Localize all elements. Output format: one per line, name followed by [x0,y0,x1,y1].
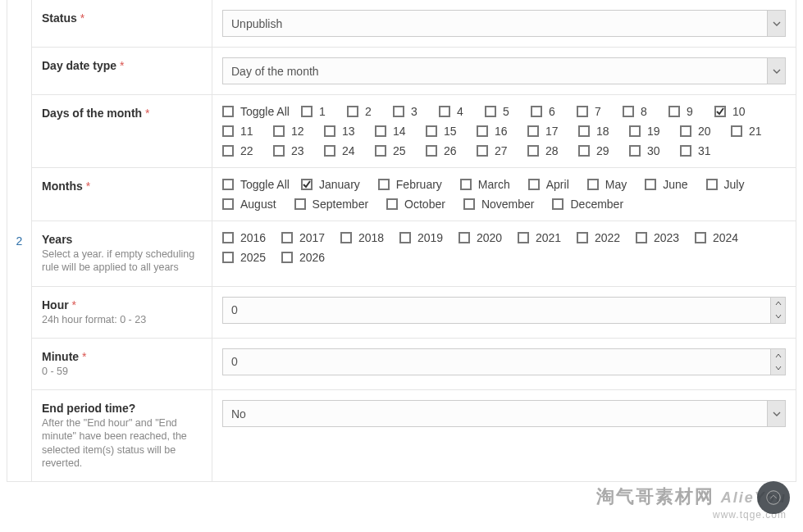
checkbox-label: 22 [240,144,253,157]
checkbox-icon [301,179,313,190]
day-2-checkbox[interactable]: 2 [347,105,393,118]
spinner-down-icon[interactable] [771,310,785,323]
checkbox-label: December [570,198,623,211]
year-2023-checkbox[interactable]: 2023 [636,231,695,244]
spinner-up-icon[interactable] [771,349,785,362]
checkbox-label: 4 [457,105,463,118]
checkbox-icon [528,179,540,190]
day-11-checkbox[interactable]: 11 [222,125,273,138]
checkbox-icon [222,179,234,190]
checkbox-label: September [313,198,368,211]
day-30-checkbox[interactable]: 30 [629,144,680,157]
day-20-checkbox[interactable]: 20 [680,125,731,138]
hour-input[interactable]: 0 [222,297,786,324]
value-cell: Day of the month [212,48,796,94]
day-7-checkbox[interactable]: 7 [577,105,623,118]
year-2026-checkbox[interactable]: 2026 [281,251,340,264]
month-april-checkbox[interactable]: April [528,178,569,191]
days-of-month-label: Days of the month [42,107,142,120]
month-december-checkbox[interactable]: December [552,198,623,211]
month-january-checkbox[interactable]: January [301,178,360,191]
day-25-checkbox[interactable]: 25 [375,144,426,157]
checkbox-label: 2021 [536,231,561,244]
day-21-checkbox[interactable]: 21 [731,125,782,138]
month-july-checkbox[interactable]: July [706,178,745,191]
checkbox-icon [485,106,496,117]
day-27-checkbox[interactable]: 27 [477,144,527,157]
months-toggle-all-checkbox[interactable]: Toggle All [222,178,301,191]
year-2016-checkbox[interactable]: 2016 [222,231,281,244]
day-1-checkbox[interactable]: 1 [301,105,347,118]
checkbox-icon [222,125,234,137]
end-period-select[interactable]: No [222,400,786,427]
day-19-checkbox[interactable]: 19 [629,125,680,138]
day-29-checkbox[interactable]: 29 [578,144,629,157]
month-march-checkbox[interactable]: March [460,178,510,191]
year-2021-checkbox[interactable]: 2021 [518,231,577,244]
checkbox-label: 28 [545,144,559,157]
checkbox-icon [731,125,742,137]
number-spinner[interactable] [770,298,785,323]
checkbox-label: 6 [549,105,555,118]
day-16-checkbox[interactable]: 16 [477,125,527,138]
day-14-checkbox[interactable]: 14 [375,125,426,138]
day-17-checkbox[interactable]: 17 [527,125,578,138]
year-2020-checkbox[interactable]: 2020 [459,231,518,244]
required-mark: * [145,107,149,120]
spinner-down-icon[interactable] [771,361,785,375]
value-cell: Toggle All123456789101112131415161718192… [212,95,796,167]
day-4-checkbox[interactable]: 4 [439,105,485,118]
month-may-checkbox[interactable]: May [587,178,627,191]
checkbox-label: 1 [319,105,326,118]
day-13-checkbox[interactable]: 13 [324,125,375,138]
month-november-checkbox[interactable]: November [463,198,535,211]
month-february-checkbox[interactable]: February [378,178,442,191]
year-2025-checkbox[interactable]: 2025 [222,251,281,264]
year-2018-checkbox[interactable]: 2018 [340,231,399,244]
checkbox-label: 2016 [240,231,266,244]
day-23-checkbox[interactable]: 23 [273,144,324,157]
checkbox-icon [636,232,647,243]
checkbox-label: 2023 [654,231,679,244]
checkbox-icon [273,145,285,157]
day-date-type-select[interactable]: Day of the month [222,57,786,84]
day-18-checkbox[interactable]: 18 [578,125,629,138]
checkbox-label: 23 [291,144,304,157]
day-31-checkbox[interactable]: 31 [680,144,731,157]
end-period-help: After the "End hour" and "End minute" ha… [42,416,202,470]
checkbox-label: 31 [698,144,711,157]
month-june-checkbox[interactable]: June [645,178,687,191]
year-2019-checkbox[interactable]: 2019 [399,231,459,244]
month-september-checkbox[interactable]: September [294,198,368,211]
day-3-checkbox[interactable]: 3 [393,105,439,118]
checkbox-icon [680,145,691,157]
day-24-checkbox[interactable]: 24 [324,144,375,157]
day-22-checkbox[interactable]: 22 [222,144,273,157]
day-26-checkbox[interactable]: 26 [426,144,477,157]
day-15-checkbox[interactable]: 15 [426,125,477,138]
day-6-checkbox[interactable]: 6 [531,105,577,118]
checkbox-icon [552,198,563,210]
day-10-checkbox[interactable]: 10 [714,105,765,118]
day-12-checkbox[interactable]: 12 [273,125,324,138]
month-august-checkbox[interactable]: August [222,198,276,211]
checkbox-icon [324,145,335,157]
status-select[interactable]: Unpublish [222,10,786,37]
minute-input[interactable]: 0 [222,348,786,375]
number-spinner[interactable] [770,349,785,375]
spinner-up-icon[interactable] [771,298,785,311]
field-end-period: End period time? After the "End hour" an… [32,389,796,481]
day-8-checkbox[interactable]: 8 [623,105,668,118]
month-october-checkbox[interactable]: October [386,198,445,211]
days-toggle-all-checkbox[interactable]: Toggle All [222,105,301,118]
year-2017-checkbox[interactable]: 2017 [281,231,340,244]
checkbox-icon [399,232,411,243]
year-2024-checkbox[interactable]: 2024 [695,231,754,244]
value-cell: 0 [212,287,796,338]
required-mark: * [72,298,76,311]
checkbox-icon [459,232,470,243]
day-5-checkbox[interactable]: 5 [485,105,531,118]
day-9-checkbox[interactable]: 9 [668,105,714,118]
year-2022-checkbox[interactable]: 2022 [577,231,636,244]
day-28-checkbox[interactable]: 28 [527,144,578,157]
